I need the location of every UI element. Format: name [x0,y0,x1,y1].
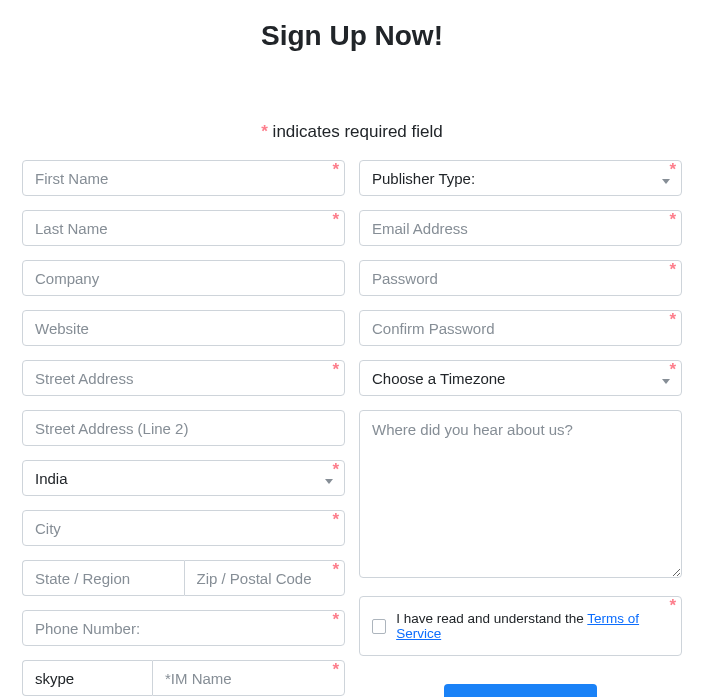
tos-box: I have read and understand the Terms of … [359,596,682,656]
confirm-password-input[interactable] [359,310,682,346]
right-column: Publisher Type: * * * * Choose a Timezon… [359,160,682,697]
last-name-input[interactable] [22,210,345,246]
phone-input[interactable] [22,610,345,646]
tos-text: I have read and understand the [396,611,587,626]
register-button[interactable]: Register Now [444,684,596,697]
tos-wrap: I have read and understand the Terms of … [359,596,682,656]
hear-about-textarea[interactable] [359,410,682,578]
city-input[interactable] [22,510,345,546]
street1-wrap: * [22,360,345,396]
website-wrap [22,310,345,346]
password-wrap: * [359,260,682,296]
password-input[interactable] [359,260,682,296]
im-row: skype * [22,660,345,696]
company-input[interactable] [22,260,345,296]
im-name-input[interactable] [152,660,345,696]
im-type-select[interactable]: skype [22,660,152,696]
state-input[interactable] [22,560,184,596]
country-select[interactable]: India [22,460,345,496]
street-address-2-input[interactable] [22,410,345,446]
tos-checkbox[interactable] [372,619,386,634]
zip-input[interactable] [184,560,346,596]
first-name-input[interactable] [22,160,345,196]
required-field-note: * indicates required field [10,122,694,142]
confirm-password-wrap: * [359,310,682,346]
publisher-type-wrap: Publisher Type: * [359,160,682,196]
required-note-text: indicates required field [268,122,443,141]
country-wrap: India * [22,460,345,496]
city-wrap: * [22,510,345,546]
left-column: * * * India * * [22,160,345,697]
state-zip-row: * [22,560,345,596]
tos-label: I have read and understand the Terms of … [396,611,669,641]
timezone-wrap: Choose a Timezone * [359,360,682,396]
street-address-input[interactable] [22,360,345,396]
website-input[interactable] [22,310,345,346]
timezone-select[interactable]: Choose a Timezone [359,360,682,396]
last-name-wrap: * [22,210,345,246]
im-name-wrap: * [152,660,345,696]
asterisk-icon: * [261,122,268,141]
register-row: Register Now [359,684,682,697]
phone-wrap: * [22,610,345,646]
company-wrap [22,260,345,296]
hear-about-wrap [359,410,682,582]
email-input[interactable] [359,210,682,246]
first-name-wrap: * [22,160,345,196]
email-wrap: * [359,210,682,246]
street2-wrap [22,410,345,446]
zip-wrap: * [184,560,346,596]
page-title: Sign Up Now! [10,20,694,52]
state-wrap [22,560,184,596]
im-type-wrap: skype [22,660,152,696]
publisher-type-select[interactable]: Publisher Type: [359,160,682,196]
